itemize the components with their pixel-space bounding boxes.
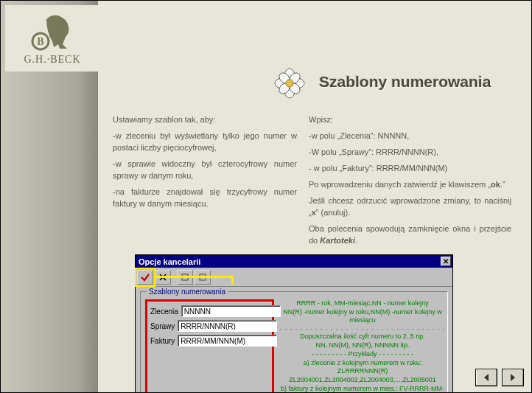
right-p5: Jeśli chcesz odrzucić wprowadzone zmiany… <box>309 195 511 219</box>
info-panel: RRRR - rok, MM-miesiąc,NN - numer kolejn… <box>279 299 447 393</box>
input-zlecenia[interactable] <box>181 305 281 317</box>
info-line-5: - - - - - - - - - Przykłady - - - - - - … <box>280 350 445 359</box>
right-p3: - w polu „Faktury”: RRRR/MM/NNN(M) <box>309 163 511 175</box>
dialog-close-button[interactable]: ✕ <box>441 257 451 266</box>
highlight-pointer <box>155 276 234 285</box>
dialog-titlebar[interactable]: Opcje kancelarii ✕ <box>136 255 452 268</box>
label-sprawy: Sprawy <box>150 322 175 330</box>
left-p2: -w sprawie widoczny był czterocyfrowy nu… <box>113 159 297 182</box>
label-zlecenia: Zlecenia <box>150 307 178 316</box>
arrow-left-icon <box>481 372 491 383</box>
slide-nav <box>475 369 524 386</box>
page-title: Szablony numerowania <box>319 73 491 91</box>
next-slide-button[interactable] <box>502 369 524 386</box>
dialog-title: Opcje kancelarii <box>139 257 200 266</box>
left-intro: Ustawiamy szablon tak, aby: <box>113 114 297 126</box>
griffin-icon: B <box>30 12 74 52</box>
info-line-6: a) zlecenie z kolejnym numerem w roku: Z… <box>280 359 445 376</box>
left-p3: -na fakturze znajdował się trzycyfrowy n… <box>113 187 297 210</box>
check-icon <box>140 272 150 282</box>
info-line-2: NN(R) -numer kolejny w roku,NN(M) -numer… <box>280 308 445 325</box>
field-row-sprawy: Sprawy <box>150 320 267 332</box>
input-sprawy[interactable] <box>178 320 277 332</box>
groupbox-label: Szablony numerowania <box>147 288 228 296</box>
ok-button[interactable] <box>137 270 153 285</box>
right-p4: Po wprowadzeniu danych zatwierdź je klaw… <box>309 179 511 191</box>
rosette-icon <box>273 67 306 100</box>
svg-point-10 <box>286 80 293 87</box>
right-p6: Oba polecenia spowodują zamknięcie okna … <box>309 223 511 247</box>
info-divider: - - - - - - - - - - - - - - - - - - - - … <box>280 325 445 333</box>
options-dialog: Opcje kancelarii ✕ <box>135 254 453 393</box>
right-p2: -W polu „Sprawy”: RRRR/NNNN(R), <box>309 147 511 159</box>
dialog-toolbar <box>136 268 452 287</box>
info-line-1: RRRR - rok, MM-miesiąc,NN - numer kolejn… <box>280 299 445 308</box>
svg-text:B: B <box>37 36 43 47</box>
info-line-4: NN, NN(M), NN(R), NNNNN itp. <box>280 341 445 350</box>
left-p1: -w zleceniu był wyświetlany tylko jego n… <box>113 131 297 154</box>
templates-groupbox: Szablony numerowania Zlecenia Sprawy Fak… <box>140 291 448 393</box>
info-line-3: Dopuszczalna ilość cyfr numeru to 2..5 n… <box>280 333 445 341</box>
right-p1: -w polu „Zlecenia”: NNNNN, <box>309 131 511 142</box>
close-icon: ✕ <box>443 258 449 265</box>
brand-logo: B G.H.·BECK <box>5 5 99 72</box>
fields-highlight-frame: Zlecenia Sprawy Faktury <box>145 299 274 393</box>
right-intro: Wpisz: <box>309 114 511 126</box>
body-left-column: Ustawiamy szablon tak, aby: -w zleceniu … <box>113 114 297 215</box>
input-faktury[interactable] <box>178 335 277 347</box>
info-line-8: b) faktury z kolejnym numerem w mies.: F… <box>280 385 445 393</box>
field-row-zlecenia: Zlecenia <box>150 305 267 317</box>
body-right-column: Wpisz: -w polu „Zlecenia”: NNNNN, -W pol… <box>309 114 511 251</box>
field-row-faktury: Faktury <box>150 335 267 347</box>
brand-name: G.H.·BECK <box>24 54 80 66</box>
info-line-7: ZL2004001,ZL2004002,ZL2004003,...,ZL2005… <box>280 376 445 385</box>
prev-slide-button[interactable] <box>475 369 497 386</box>
arrow-right-icon <box>508 372 518 383</box>
label-faktury: Faktury <box>150 337 175 345</box>
